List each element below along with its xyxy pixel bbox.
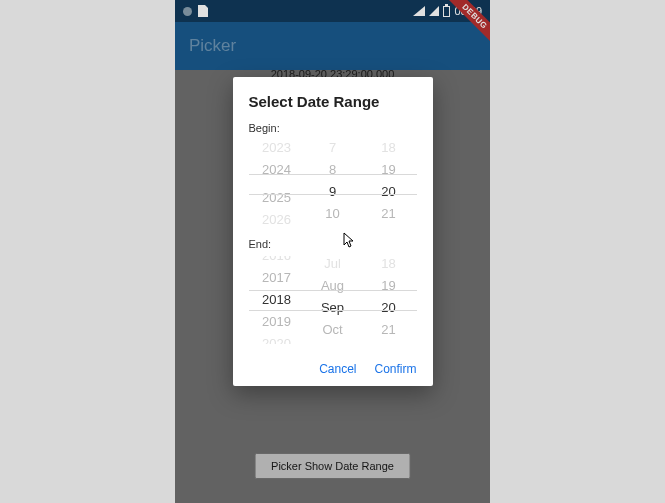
wheel-item-selected: Sep bbox=[321, 300, 344, 316]
wheel-item: Aug bbox=[321, 278, 344, 294]
phone-frame: 00:29 DEBUG Picker 2018-09-20 23:29:00.0… bbox=[175, 0, 490, 503]
wheel-item: 2023 bbox=[262, 140, 291, 156]
wheel-item: 2016 bbox=[262, 256, 291, 264]
begin-day-column[interactable]: 18 19 20 21 bbox=[361, 140, 417, 228]
begin-month-column[interactable]: 7 8 9 10 bbox=[305, 140, 361, 228]
confirm-button[interactable]: Confirm bbox=[374, 362, 416, 376]
wheel-divider bbox=[249, 174, 417, 175]
wheel-divider bbox=[249, 290, 417, 291]
wheel-item: 2020 bbox=[262, 336, 291, 344]
end-year-column[interactable]: 2016 2017 2018 2019 2020 bbox=[249, 256, 305, 344]
wheel-item: 2025 bbox=[262, 190, 291, 206]
cancel-button[interactable]: Cancel bbox=[319, 362, 356, 376]
wheel-item: 18 bbox=[381, 256, 395, 272]
wheel-item: Oct bbox=[322, 322, 342, 338]
stage: 00:29 DEBUG Picker 2018-09-20 23:29:00.0… bbox=[0, 0, 665, 503]
wheel-item-selected: 20 bbox=[381, 184, 395, 200]
wheel-item-selected: 20 bbox=[381, 300, 395, 316]
begin-wheel[interactable]: 2023 2024 2025 2026 7 8 9 10 18 bbox=[249, 140, 417, 228]
wheel-item: 2019 bbox=[262, 314, 291, 330]
wheel-item: 19 bbox=[381, 278, 395, 294]
end-month-column[interactable]: Jul Aug Sep Oct bbox=[305, 256, 361, 344]
wheel-item: 21 bbox=[381, 322, 395, 338]
wheel-item: Jul bbox=[324, 256, 341, 272]
wheel-item: 7 bbox=[329, 140, 336, 156]
dialog-actions: Cancel Confirm bbox=[249, 362, 417, 376]
wheel-item: 10 bbox=[325, 206, 339, 222]
wheel-item: 2026 bbox=[262, 212, 291, 228]
wheel-divider bbox=[249, 194, 417, 195]
date-range-dialog: Select Date Range Begin: 2023 2024 2025 … bbox=[233, 77, 433, 386]
dialog-title: Select Date Range bbox=[249, 93, 417, 110]
wheel-item: 18 bbox=[381, 140, 395, 156]
wheel-item-selected: 2018 bbox=[262, 292, 291, 308]
begin-year-column[interactable]: 2023 2024 2025 2026 bbox=[249, 140, 305, 228]
wheel-item: 2024 bbox=[262, 162, 291, 178]
end-day-column[interactable]: 18 19 20 21 bbox=[361, 256, 417, 344]
end-label: End: bbox=[249, 238, 417, 250]
wheel-divider bbox=[249, 310, 417, 311]
wheel-item: 8 bbox=[329, 162, 336, 178]
wheel-item: 21 bbox=[381, 206, 395, 222]
wheel-item-selected: 9 bbox=[329, 184, 336, 200]
begin-label: Begin: bbox=[249, 122, 417, 134]
wheel-item: 2017 bbox=[262, 270, 291, 286]
end-wheel[interactable]: 2016 2017 2018 2019 2020 Jul Aug Sep Oct bbox=[249, 256, 417, 344]
wheel-item: 19 bbox=[381, 162, 395, 178]
